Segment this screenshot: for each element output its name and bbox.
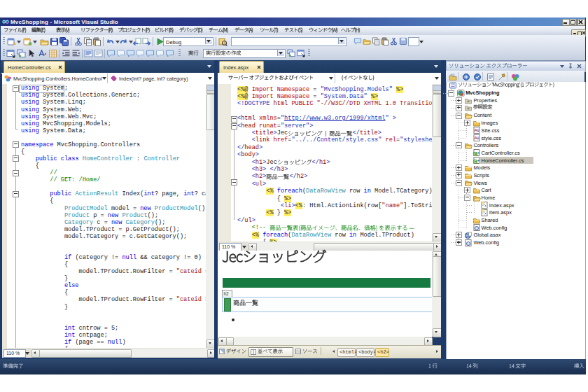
svg-text:A: A xyxy=(474,128,477,132)
svg-text:C: C xyxy=(473,152,476,156)
svg-text:A: A xyxy=(474,136,477,140)
svg-text:C: C xyxy=(473,160,476,164)
